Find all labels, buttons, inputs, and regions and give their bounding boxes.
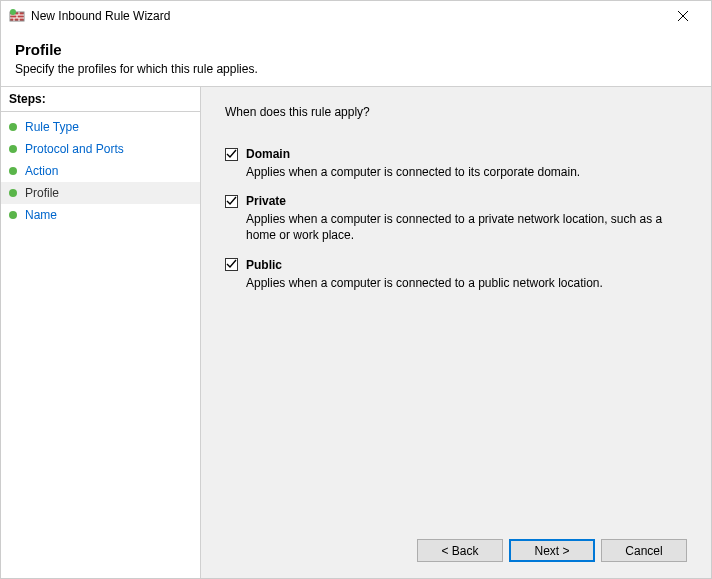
checkbox-private[interactable] [225,195,238,208]
profile-description: Applies when a computer is connected to … [246,164,666,180]
checkbox-public[interactable] [225,258,238,271]
step-rule-type[interactable]: Rule Type [1,116,200,138]
titlebar: New Inbound Rule Wizard [1,1,711,31]
profile-description: Applies when a computer is connected to … [246,211,666,243]
page-subtitle: Specify the profiles for which this rule… [15,62,697,76]
footer-buttons: < Back Next > Cancel [225,529,687,568]
profile-label: Private [246,194,286,208]
wizard-window: New Inbound Rule Wizard Profile Specify … [0,0,712,579]
profile-description: Applies when a computer is connected to … [246,275,666,291]
cancel-button[interactable]: Cancel [601,539,687,562]
steps-title: Steps: [1,87,200,112]
step-label: Rule Type [25,120,79,134]
step-action[interactable]: Action [1,160,200,182]
step-label: Name [25,208,57,222]
profile-domain: Domain Applies when a computer is connec… [225,147,687,180]
next-button[interactable]: Next > [509,539,595,562]
question-text: When does this rule apply? [225,105,687,119]
window-title: New Inbound Rule Wizard [31,9,663,23]
step-profile[interactable]: Profile [1,182,200,204]
step-label: Action [25,164,58,178]
content-pane: When does this rule apply? Domain Applie… [201,87,711,578]
step-label: Profile [25,186,59,200]
bullet-icon [9,167,17,175]
step-name[interactable]: Name [1,204,200,226]
close-button[interactable] [663,2,703,30]
profile-private: Private Applies when a computer is conne… [225,194,687,243]
body: Steps: Rule Type Protocol and Ports Acti… [1,86,711,578]
svg-point-9 [10,9,16,15]
back-button[interactable]: < Back [417,539,503,562]
checkmark-icon [226,149,237,160]
checkmark-icon [226,259,237,270]
checkbox-domain[interactable] [225,148,238,161]
close-icon [678,11,688,21]
steps-pane: Steps: Rule Type Protocol and Ports Acti… [1,87,201,578]
step-label: Protocol and Ports [25,142,124,156]
checkmark-icon [226,196,237,207]
profile-label: Public [246,258,282,272]
bullet-icon [9,211,17,219]
firewall-icon [9,8,25,24]
bullet-icon [9,145,17,153]
page-title: Profile [15,41,697,58]
steps-list: Rule Type Protocol and Ports Action Prof… [1,112,200,230]
bullet-icon [9,123,17,131]
profile-public: Public Applies when a computer is connec… [225,258,687,291]
profile-label: Domain [246,147,290,161]
step-protocol-and-ports[interactable]: Protocol and Ports [1,138,200,160]
bullet-icon [9,189,17,197]
header-area: Profile Specify the profiles for which t… [1,31,711,86]
